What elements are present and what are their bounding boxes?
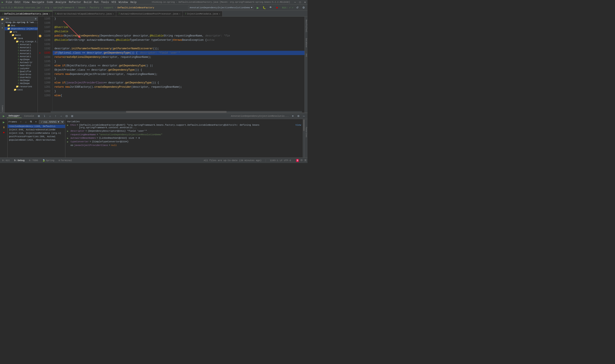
frame-item-4[interactable]: populateBean:1422, AbstractAutowi: [8, 138, 65, 142]
var-requestingbeanname[interactable]: requestingBeanName = "annotationDependen…: [66, 133, 302, 136]
tree-awareint[interactable]: C AwareInt: [5, 64, 38, 67]
tree-annotati5[interactable]: C Annotati: [5, 55, 38, 58]
project-icon[interactable]: 📁: [0, 17, 4, 21]
code-content[interactable]: } @Override @Nullable public Object reso…: [53, 17, 305, 113]
tab-close-2[interactable]: ✕: [113, 13, 114, 15]
tab-close-1[interactable]: ✕: [49, 13, 50, 15]
frame-item-0[interactable]: resolveDependency:1193, DefaultLi: [8, 125, 65, 128]
menu-analyze[interactable]: Analyze: [55, 1, 66, 4]
ant-label[interactable]: Ant: [304, 53, 308, 58]
debug-button[interactable]: 🐛: [262, 5, 267, 10]
tab-autowiredannotation[interactable]: J AutowiredAnnotationBeanPostProcessor.j…: [116, 11, 183, 16]
var-this[interactable]: ▶ this = {DefaultListableBeanFactory@160…: [66, 123, 302, 129]
debug-step-over-btn[interactable]: ⤵: [42, 114, 47, 118]
debug-resume-btn[interactable]: ▶: [1, 114, 6, 118]
tree-xmldepe2[interactable]: C XmlDepe: [5, 82, 38, 85]
var-descriptor[interactable]: ▶ descriptor = {DependencyDescriptor@231…: [66, 129, 302, 133]
tab-todo[interactable]: 6: TODO: [27, 159, 39, 162]
tree-autowiring[interactable]: C Autowirir: [5, 61, 38, 64]
tree-org[interactable]: 📁 org.xiaoge.t...: [5, 40, 38, 43]
debug-run-to-cursor-btn[interactable]: →: [59, 114, 63, 118]
tab-abstractautowire[interactable]: J AbstractAutowireCapableBeanFactory.jav…: [53, 11, 116, 16]
tree-main[interactable]: 📁 main: [5, 34, 38, 37]
run-button[interactable]: ▶: [255, 5, 260, 10]
frames-filter-btn[interactable]: ⚗: [29, 119, 33, 124]
var-javaxinjectprovider[interactable]: oo javaxInjectProviderClass = null: [66, 143, 302, 147]
tree-usergroup[interactable]: C UserGrou: [5, 73, 38, 76]
debug-tab-console[interactable]: Console: [22, 114, 36, 118]
minimize-btn[interactable]: ─: [294, 1, 296, 4]
tree-apidepe[interactable]: C ApiDepe: [5, 58, 38, 61]
breadcrumb-factory[interactable]: factory: [90, 6, 99, 9]
var-expand-descriptor[interactable]: ▶: [67, 130, 70, 132]
debug-pause-btn[interactable]: ⏸: [1, 125, 6, 130]
frames-nav-up[interactable]: ↑: [19, 119, 23, 124]
breadcrumb-org[interactable]: org: [45, 6, 49, 9]
menu-file[interactable]: File: [6, 1, 12, 4]
code-editor[interactable]: ⬤ ● 1185 1186 11: [38, 17, 305, 113]
favorites-label[interactable]: Favorites: [305, 126, 308, 138]
menu-refactor[interactable]: Refactor: [69, 1, 81, 4]
database-label[interactable]: Database: [304, 37, 308, 48]
run-config-dropdown[interactable]: AnnotationDependencyInjectionResolutionD…: [188, 6, 254, 10]
menu-view[interactable]: View: [23, 1, 29, 4]
debug-step-into-btn[interactable]: ↓: [48, 114, 52, 118]
debug-settings-btn[interactable]: ⚙: [296, 114, 301, 118]
sidebar-gear[interactable]: ⚙: [35, 17, 36, 20]
tab-close-3[interactable]: ✕: [179, 13, 180, 15]
var-view-link[interactable]: View: [295, 124, 301, 126]
tree-test[interactable]: 📁 test: [5, 88, 38, 91]
var-expand-this[interactable]: ▶: [67, 124, 69, 127]
tab-injectionmetadata[interactable]: J InjectionMetadata.java ✕: [183, 11, 223, 16]
breadcrumb-jar[interactable]: ns-5.2.2.RELEASE-sources.jar: [1, 6, 41, 9]
menu-code[interactable]: Code: [47, 1, 53, 4]
tree-src[interactable]: 📁 src: [5, 30, 38, 34]
debug-minimize-btn[interactable]: ─: [302, 114, 306, 118]
debug-close-btn[interactable]: ✕: [290, 114, 295, 118]
breadcrumb-springframework[interactable]: springframework: [53, 6, 74, 9]
frames-nav-down[interactable]: ↓: [24, 119, 28, 124]
tree-xmldepe1[interactable]: C XmlDepe: [5, 79, 38, 82]
debug-evaluate-btn[interactable]: ⊡: [64, 114, 69, 118]
structure-icon[interactable]: ≡: [1, 22, 3, 26]
tree-annotati3[interactable]: C Annotati: [5, 49, 38, 52]
debug-step-out-btn[interactable]: ↑: [53, 114, 58, 118]
tree-resources[interactable]: 📁 resources: [5, 85, 38, 88]
bookmarks-icon[interactable]: ★: [1, 26, 3, 30]
tree-dea[interactable]: 📁 dea: [5, 24, 38, 27]
debug-trace-btn[interactable]: ⊞: [70, 114, 75, 118]
scrollbar-thumb[interactable]: [126, 111, 227, 113]
tree-java[interactable]: 📁 java: [5, 37, 38, 40]
menu-build[interactable]: Build: [84, 1, 91, 4]
tab-close-4[interactable]: ✕: [219, 13, 220, 15]
variables-scrollbar[interactable]: [303, 119, 305, 157]
debug-play-btn[interactable]: ▶: [1, 120, 6, 125]
var-autowiredbeannames[interactable]: ▶ autowiredBeanNames = {LinkedHashSet@23…: [66, 136, 302, 140]
tree-root[interactable]: king-in-spring D:\wo...: [5, 21, 38, 24]
settings-button[interactable]: ⚙: [301, 5, 306, 10]
tree-userhol[interactable]: C UserHolc: [5, 76, 38, 79]
menu-navigate[interactable]: Navigate: [32, 1, 44, 4]
frames-add-btn[interactable]: +: [34, 119, 38, 124]
debug-layout-btn[interactable]: ⊞: [37, 114, 41, 118]
tree-lazyanr[interactable]: C LazyAnr: [5, 67, 38, 70]
tree-depinj[interactable]: 📁 dependency-injection: [5, 27, 38, 30]
menu-edit[interactable]: Edit: [14, 1, 21, 4]
tab-spring[interactable]: 🍃 Spring: [41, 158, 56, 162]
tree-qualifie[interactable]: C Qualifie: [5, 70, 38, 73]
menu-vcs[interactable]: VCS: [111, 1, 116, 4]
coverage-button[interactable]: ☂: [268, 5, 273, 10]
restful-label[interactable]: RestfulTool: [304, 19, 308, 33]
project-dropdown[interactable]: P▾: [6, 17, 9, 20]
thread-dropdown[interactable]: ✓ mai...NNING ▼: [39, 120, 64, 124]
breadcrumb-support[interactable]: support: [104, 6, 113, 9]
maximize-btn[interactable]: □: [299, 1, 301, 4]
menu-window[interactable]: Window: [119, 1, 128, 4]
close-btn[interactable]: ✕: [304, 1, 306, 4]
menu-help[interactable]: Help: [131, 1, 137, 4]
tab-terminal[interactable]: ⊡ Terminal: [57, 158, 73, 162]
refresh-button[interactable]: ↺: [295, 5, 300, 10]
breadcrumb-class[interactable]: DefaultListableBeanFactory: [118, 6, 154, 9]
var-typeconverter[interactable]: ▶ typeConverter = {SimpleTypeConverter@2…: [66, 140, 302, 143]
tab-defaultlistable[interactable]: J DefaultListableBeanFactory.java ✕: [0, 11, 53, 16]
